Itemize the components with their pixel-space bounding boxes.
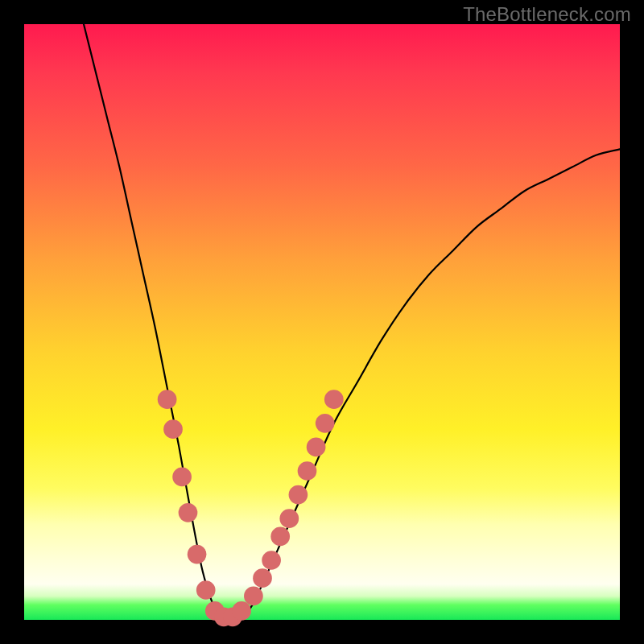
chart-frame: TheBottleneck.com: [0, 0, 644, 644]
marker-dot: [289, 485, 308, 505]
marker-dot: [163, 419, 183, 439]
marker-dot: [307, 438, 326, 457]
marker-dot: [188, 545, 207, 564]
heatmap-background: [24, 24, 620, 620]
watermark-label: TheBottleneck.com: [463, 3, 631, 26]
curve-layer: [24, 24, 620, 620]
marker-dot: [279, 509, 299, 528]
marker-dot: [262, 551, 281, 570]
marker-dot: [179, 503, 198, 522]
marker-dot: [196, 580, 216, 600]
marker-dot: [324, 390, 344, 409]
marker-dots: [158, 390, 344, 626]
marker-dot: [316, 414, 335, 433]
marker-dot: [158, 390, 177, 409]
marker-dot: [253, 568, 272, 588]
marker-dot: [298, 461, 317, 481]
bottleneck-curve: [84, 24, 620, 621]
marker-dot: [232, 601, 251, 621]
marker-dot: [270, 527, 290, 547]
marker-dot: [172, 468, 192, 487]
marker-dot: [244, 587, 263, 606]
